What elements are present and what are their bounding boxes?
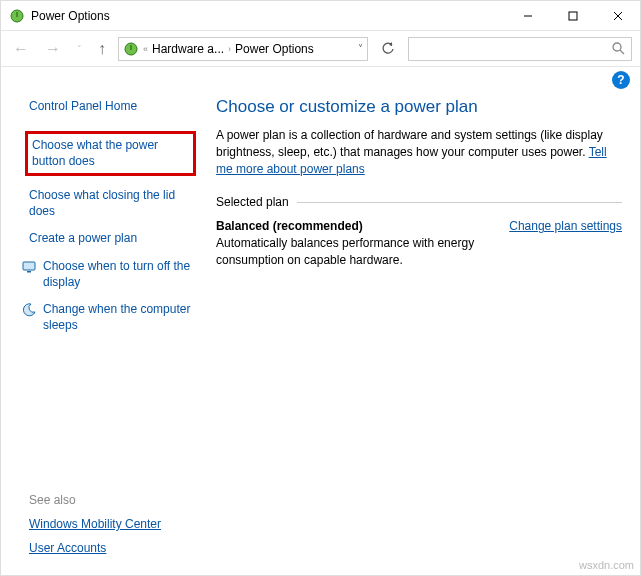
breadcrumb[interactable]: « Hardware a... › Power Options ˅: [118, 37, 368, 61]
svg-rect-3: [569, 12, 577, 20]
up-button[interactable]: ↑: [94, 36, 110, 62]
sidebar-item-create-plan[interactable]: Create a power plan: [29, 231, 196, 247]
sidebar-item-label: Choose what closing the lid does: [29, 188, 175, 218]
divider: [297, 202, 622, 203]
help-bar: ?: [1, 67, 640, 89]
svg-rect-10: [23, 262, 35, 270]
sidebar-item-label: Choose when to turn off the display: [43, 259, 190, 289]
breadcrumb-prev-icon[interactable]: «: [139, 44, 152, 54]
search-input[interactable]: [408, 37, 632, 61]
recent-dropdown-icon[interactable]: ˅: [73, 40, 86, 58]
sidebar: Control Panel Home Choose what the power…: [1, 89, 206, 353]
breadcrumb-power-options[interactable]: Power Options: [235, 42, 314, 56]
back-button[interactable]: ←: [9, 36, 33, 62]
control-panel-home-link[interactable]: Control Panel Home: [29, 99, 206, 113]
svg-rect-11: [27, 271, 31, 273]
see-also-header: See also: [29, 493, 161, 507]
control-panel-icon: [123, 41, 139, 57]
sidebar-item-computer-sleeps[interactable]: Change when the computer sleeps: [15, 302, 196, 333]
see-also-section: See also Windows Mobility Center User Ac…: [29, 493, 161, 565]
change-plan-settings-link[interactable]: Change plan settings: [509, 219, 622, 233]
see-also-user-accounts[interactable]: User Accounts: [29, 541, 161, 555]
see-also-mobility-center[interactable]: Windows Mobility Center: [29, 517, 161, 531]
display-icon: [21, 259, 37, 275]
svg-point-8: [613, 43, 621, 51]
svg-rect-1: [16, 12, 17, 17]
window-title: Power Options: [31, 9, 110, 23]
breadcrumb-dropdown-icon[interactable]: ˅: [358, 43, 363, 54]
maximize-button[interactable]: [550, 1, 595, 30]
sidebar-item-label: Choose what the power button does: [32, 138, 158, 168]
address-bar: ← → ˅ ↑ « Hardware a... › Power Options …: [1, 31, 640, 67]
help-icon[interactable]: ?: [612, 71, 630, 89]
plan-row: Balanced (recommended) Automatically bal…: [216, 219, 622, 269]
sleep-icon: [21, 302, 37, 318]
plan-name: Balanced (recommended): [216, 219, 496, 233]
sidebar-item-closing-lid[interactable]: Choose what closing the lid does: [29, 188, 196, 219]
sidebar-item-turn-off-display[interactable]: Choose when to turn off the display: [15, 259, 196, 290]
refresh-button[interactable]: [376, 37, 400, 61]
svg-rect-7: [130, 45, 131, 50]
sidebar-item-label: Change when the computer sleeps: [43, 302, 190, 332]
sidebar-item-label: Create a power plan: [29, 231, 137, 245]
plan-description: Automatically balances performance with …: [216, 235, 496, 269]
forward-button: →: [41, 36, 65, 62]
chevron-right-icon[interactable]: ›: [224, 44, 235, 54]
search-icon: [612, 42, 625, 55]
page-heading: Choose or customize a power plan: [216, 97, 622, 117]
selected-plan-header: Selected plan: [216, 195, 622, 209]
window-controls: [505, 1, 640, 30]
svg-line-9: [620, 50, 624, 54]
title-bar: Power Options: [1, 1, 640, 31]
watermark: wsxdn.com: [579, 559, 634, 571]
power-options-icon: [9, 8, 25, 24]
minimize-button[interactable]: [505, 1, 550, 30]
close-button[interactable]: [595, 1, 640, 30]
section-label: Selected plan: [216, 195, 289, 209]
desc-text: A power plan is a collection of hardware…: [216, 128, 603, 159]
main-content: Choose or customize a power plan A power…: [206, 89, 640, 353]
sidebar-item-power-button[interactable]: Choose what the power button does: [25, 131, 196, 176]
breadcrumb-hardware[interactable]: Hardware a...: [152, 42, 224, 56]
plan-description-text: A power plan is a collection of hardware…: [216, 127, 622, 177]
content-body: Control Panel Home Choose what the power…: [1, 89, 640, 353]
